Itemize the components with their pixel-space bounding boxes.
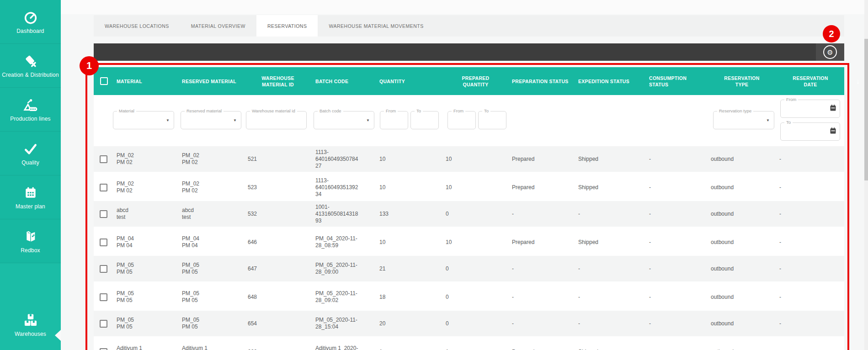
row-checkbox[interactable] (100, 239, 107, 246)
prepared-from-filter[interactable]: From (447, 111, 476, 129)
main-area: WAREHOUSE LOCATIONS MATERIAL OVERVIEW RE… (61, 0, 868, 350)
batch-code-cell: PM_04_2020-11-28_08:59 (312, 235, 376, 249)
warehouse-material-id-cell: 666 (243, 349, 312, 350)
sidebar-item-label: Creation & Distribution (2, 72, 59, 78)
reserved-material-cell: Aditivum 1Aditivum 1 (178, 345, 243, 350)
sidebar-item-warehouses[interactable]: Warehouses (0, 263, 61, 350)
preparation-status-cell: Prepared (508, 184, 575, 191)
settings-button[interactable]: ⚙ (816, 43, 844, 61)
prepared-quantity-cell: 1 (442, 349, 508, 350)
reservation-date-cell: - (776, 349, 844, 350)
column-header-reservation-date[interactable]: RESERVATION DATE ↓ (776, 69, 844, 94)
sort-descending-icon[interactable]: ↓ (856, 78, 860, 85)
row-checkbox[interactable] (100, 348, 107, 350)
expedition-status-cell: - (575, 265, 636, 272)
prepared-quantity-cell: 0 (442, 265, 508, 272)
calendar-icon (23, 185, 38, 201)
sidebar-item-label: Dashboard (16, 28, 44, 34)
batch-code-cell: PM_05_2020-11-28_15:04 (312, 317, 376, 330)
tab-warehouse-material-movements[interactable]: WAREHOUSE MATERIAL MOVEMENTS (318, 15, 434, 37)
column-header-batch-code[interactable]: BATCH CODE (312, 78, 376, 85)
warehouse-material-id-filter[interactable]: Warehouse material id (246, 111, 307, 129)
sidebar-item-production-lines[interactable]: Production lines (0, 88, 61, 132)
sidebar-item-creation-distribution[interactable]: Creation & Distribution (0, 44, 61, 88)
column-header-prepared-quantity[interactable]: PREPARED QUANTITY (442, 75, 508, 88)
quantity-cell: 21 (376, 265, 442, 272)
calendar-icon[interactable] (830, 105, 836, 113)
column-header-expedition-status[interactable]: EXPEDITION STATUS (575, 78, 636, 85)
tab-bar: WAREHOUSE LOCATIONS MATERIAL OVERVIEW RE… (94, 15, 844, 37)
table-row: PM_05PM 05 PM_05PM 05 654 PM_05_2020-11-… (94, 311, 844, 338)
table-row: PM_02PM 02 PM_02PM 02 523 1113-640160493… (94, 174, 844, 201)
prepared-from-input[interactable] (448, 111, 475, 129)
material-cell: PM_02PM 02 (113, 180, 178, 194)
sidebar-item-dashboard[interactable]: Dashboard (0, 0, 61, 44)
date-from-filter[interactable]: From (780, 100, 840, 118)
column-header-warehouse-material-id[interactable]: WAREHOUSE MATERIAL ID (243, 75, 312, 88)
column-header-reservation-type[interactable]: RESERVATION TYPE (707, 75, 776, 88)
row-checkbox[interactable] (100, 293, 107, 301)
prepared-to-filter[interactable]: To (478, 111, 506, 129)
preparation-status-cell: Prepared (508, 349, 575, 350)
row-checkbox[interactable] (100, 155, 107, 163)
batch-code-filter[interactable]: Batch code ▼ (314, 111, 374, 129)
reserved-material-filter-input[interactable] (181, 111, 241, 129)
reservation-type-filter-input[interactable] (714, 111, 774, 129)
material-cell: PM_05PM 05 (113, 290, 178, 304)
material-filter-input[interactable] (113, 111, 174, 129)
reserved-material-cell: PM_02PM 02 (178, 152, 243, 166)
calendar-icon[interactable] (830, 127, 836, 136)
column-header-material[interactable]: MATERIAL (113, 78, 178, 85)
material-cell: PM_04PM 04 (113, 235, 178, 249)
material-filter[interactable]: Material ▼ (113, 111, 174, 129)
prepared-quantity-cell: 10 (442, 156, 508, 163)
quantity-to-filter[interactable]: To (410, 111, 439, 129)
reserved-material-filter[interactable]: Reserved material ▼ (181, 111, 241, 129)
sidebar-item-redbox[interactable]: Redbox (0, 219, 61, 263)
sidebar-item-quality[interactable]: Quality (0, 132, 61, 175)
reservation-type-cell: outbound (707, 239, 776, 246)
row-checkbox[interactable] (100, 265, 107, 273)
column-header-reserved-material[interactable]: RESERVED MATERIAL (178, 78, 243, 85)
prepared-to-input[interactable] (479, 111, 506, 129)
reservation-type-filter[interactable]: Reservation type ▼ (713, 111, 774, 129)
consumption-status-cell: - (636, 265, 707, 272)
row-checkbox[interactable] (100, 210, 107, 218)
tab-warehouse-locations[interactable]: WAREHOUSE LOCATIONS (94, 15, 180, 37)
consumption-status-cell: - (636, 349, 707, 350)
batch-code-cell: 1113-6401604935139234 (312, 177, 376, 198)
material-cell: abcdtest (113, 207, 178, 221)
material-cell: PM_05PM 05 (113, 317, 178, 330)
sidebar-item-master-plan[interactable]: Master plan (0, 175, 61, 219)
table-row: abcdtest abcdtest 532 1001-4131605081431… (94, 201, 844, 228)
warehouse-material-id-filter-input[interactable] (246, 111, 306, 129)
quantity-to-input[interactable] (411, 111, 438, 129)
prepared-quantity-cell: 10 (442, 184, 508, 191)
column-header-quantity[interactable]: QUANTITY (376, 78, 442, 85)
warehouse-app: Dashboard Creation & Distribution Produc… (0, 0, 868, 350)
row-checkbox[interactable] (100, 320, 107, 328)
consumption-status-cell: - (636, 156, 707, 163)
checkmark-icon (23, 141, 38, 157)
tab-reservations[interactable]: RESERVATIONS (256, 15, 318, 37)
select-all-checkbox[interactable] (100, 77, 108, 85)
column-header-consumption-status[interactable]: CONSUMPTION STATUS (636, 75, 707, 88)
date-to-filter[interactable]: To (780, 122, 840, 141)
reservation-type-cell: outbound (707, 349, 776, 350)
warehouse-material-id-cell: 523 (243, 184, 312, 191)
scrollbar-thumb[interactable] (864, 39, 868, 180)
tab-material-overview[interactable]: MATERIAL OVERVIEW (180, 15, 256, 37)
row-checkbox[interactable] (100, 184, 107, 191)
column-header-preparation-status[interactable]: PREPARATION STATUS (508, 78, 575, 85)
quantity-from-input[interactable] (380, 111, 408, 129)
consumption-status-cell: - (636, 184, 707, 191)
reservation-type-cell: outbound (707, 184, 776, 191)
prepared-quantity-cell: 0 (442, 294, 508, 301)
consumption-status-cell: - (636, 294, 707, 301)
reservation-date-cell: - (776, 265, 844, 272)
quantity-from-filter[interactable]: From (380, 111, 408, 129)
filter-row: Material ▼ Reserved material ▼ Warehouse… (94, 95, 844, 146)
table-row: PM_04PM 04 PM_04PM 04 646 PM_04_2020-11-… (94, 228, 844, 256)
reservation-type-cell: outbound (707, 294, 776, 301)
batch-code-filter-input[interactable] (314, 111, 374, 129)
